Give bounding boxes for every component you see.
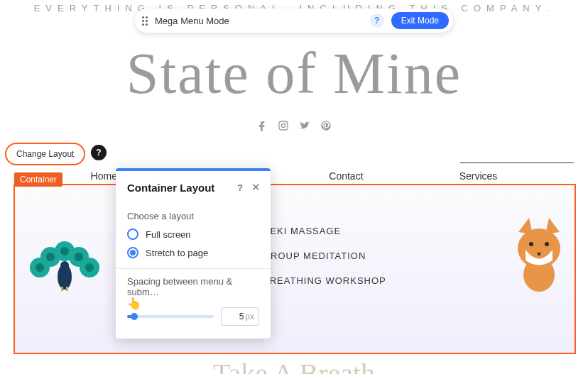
close-icon[interactable]: ✕	[251, 181, 261, 194]
svg-point-9	[46, 253, 55, 261]
submenu-list: REKI MASSAGE GROUP MEDITATION BREATHING …	[263, 226, 386, 286]
choose-layout-label: Choose a layout	[127, 211, 259, 221]
radio-icon	[127, 229, 138, 240]
radio-stretch-to-page[interactable]: Stretch to page	[127, 247, 259, 258]
svg-point-12	[85, 263, 94, 272]
container-layout-panel: Container Layout ? ✕ Choose a layout Ful…	[116, 168, 271, 339]
cursor-pointer-icon: 👆	[127, 297, 141, 310]
spacing-input[interactable]: 5px	[221, 307, 259, 326]
svg-point-11	[75, 253, 83, 261]
svg-rect-16	[66, 287, 68, 291]
radio-icon	[127, 247, 138, 258]
container-badge: Container	[14, 172, 62, 187]
svg-point-20	[545, 242, 549, 246]
peacock-illustration	[26, 236, 104, 291]
panel-help-icon[interactable]: ?	[237, 182, 243, 193]
radio-label: Full screen	[146, 229, 191, 240]
svg-point-1	[281, 123, 285, 127]
main-nav: Home Blog Contact Services	[0, 167, 588, 185]
spacing-unit: px	[245, 312, 254, 321]
svg-point-2	[285, 123, 287, 124]
site-title: State of Mine	[0, 40, 588, 107]
submenu-item[interactable]: GROUP MEDITATION	[263, 251, 386, 261]
panel-title: Container Layout	[127, 182, 237, 194]
facebook-icon[interactable]	[256, 120, 268, 131]
spacing-value: 5	[239, 312, 244, 321]
svg-rect-15	[61, 287, 63, 291]
help-dark-icon[interactable]: ?	[91, 145, 107, 160]
drag-handle-icon[interactable]	[142, 16, 148, 26]
change-layout-button[interactable]: Change Layout	[8, 145, 82, 163]
mega-menu-toolbar[interactable]: Mega Menu Mode ? Exit Mode	[135, 9, 453, 33]
radio-label: Stretch to page	[146, 248, 208, 258]
change-layout-highlight: Change Layout	[5, 143, 85, 165]
nav-item-contact[interactable]: Contact	[329, 167, 363, 185]
help-icon[interactable]: ?	[370, 13, 384, 28]
pinterest-icon[interactable]	[320, 120, 332, 131]
submenu-item[interactable]: BREATHING WORKSHOP	[263, 275, 386, 286]
social-icons	[0, 120, 588, 131]
svg-point-8	[36, 263, 44, 272]
nav-item-home[interactable]: Home	[91, 167, 117, 185]
nav-underline	[460, 163, 574, 163]
mode-label: Mega Menu Mode	[155, 16, 363, 26]
section-heading: Take A Breath	[0, 357, 588, 374]
svg-point-14	[60, 261, 69, 270]
spacing-slider[interactable]	[127, 315, 214, 318]
fox-illustration	[511, 214, 567, 292]
exit-mode-button[interactable]: Exit Mode	[391, 12, 449, 29]
spacing-label: Spacing between menu & subm…	[127, 276, 259, 297]
submenu-item[interactable]: REKI MASSAGE	[263, 226, 386, 236]
twitter-icon[interactable]	[299, 120, 310, 131]
svg-point-19	[529, 242, 533, 246]
instagram-icon[interactable]	[278, 120, 289, 131]
nav-item-services[interactable]: Services	[459, 167, 498, 185]
svg-point-10	[60, 247, 69, 255]
radio-full-screen[interactable]: Full screen	[127, 229, 259, 240]
